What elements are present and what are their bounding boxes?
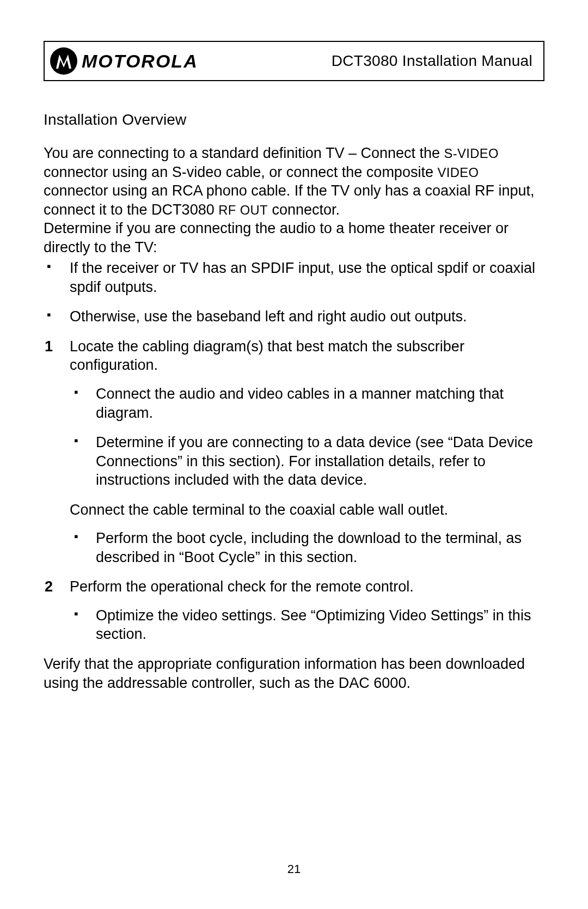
intro-paragraph: You are connecting to a standard definit… [44, 144, 544, 219]
smallcaps-text: VIDEO [437, 165, 479, 180]
numbered-item-2: 2 Perform the operational check for the … [44, 577, 544, 644]
document-title: DCT3080 Installation Manual [332, 52, 532, 70]
text: connector. [268, 202, 340, 218]
numbered-text: Perform the operational check for the re… [70, 578, 414, 595]
list-item: Connect the audio and video cables in a … [70, 385, 544, 422]
numbered-text: Locate the cabling diagram(s) that best … [70, 338, 464, 374]
number-label: 2 [45, 577, 53, 596]
list-item: Otherwise, use the baseband left and rig… [44, 307, 544, 326]
sub-bullet-list: Connect the audio and video cables in a … [70, 385, 544, 490]
text: You are connecting to a standard definit… [44, 145, 444, 161]
number-label: 1 [45, 337, 53, 356]
numbered-list: 1 Locate the cabling diagram(s) that bes… [44, 337, 544, 644]
top-bullet-list: If the receiver or TV has an SPDIF input… [44, 259, 544, 326]
brand-text: MOTOROLA [82, 51, 198, 72]
final-paragraph: Verify that the appropriate configuratio… [44, 655, 544, 692]
smallcaps-text: RF OUT [218, 203, 268, 217]
smallcaps-text: S-VIDEO [444, 146, 499, 161]
sub-bullet-list-2: Perform the boot cycle, including the do… [70, 529, 544, 566]
audio-intro-paragraph: Determine if you are connecting the audi… [44, 219, 544, 257]
body-content: You are connecting to a standard definit… [44, 144, 544, 692]
brand-logo-wrap: MOTOROLA [50, 47, 198, 75]
list-item: Determine if you are connecting to a dat… [70, 433, 544, 490]
inner-paragraph: Connect the cable terminal to the coaxia… [70, 501, 544, 520]
list-item: Optimize the video settings. See “Optimi… [70, 606, 544, 644]
numbered-item-1: 1 Locate the cabling diagram(s) that bes… [44, 337, 544, 566]
list-item: Perform the boot cycle, including the do… [70, 529, 544, 566]
text: connector using an S-video cable, or con… [44, 164, 437, 180]
motorola-logo-icon [50, 47, 77, 75]
section-heading: Installation Overview [44, 111, 544, 129]
header-box: MOTOROLA DCT3080 Installation Manual [44, 41, 544, 81]
page-number: 21 [0, 862, 588, 876]
list-item: If the receiver or TV has an SPDIF input… [44, 259, 544, 296]
sub-bullet-list: Optimize the video settings. See “Optimi… [70, 606, 544, 644]
